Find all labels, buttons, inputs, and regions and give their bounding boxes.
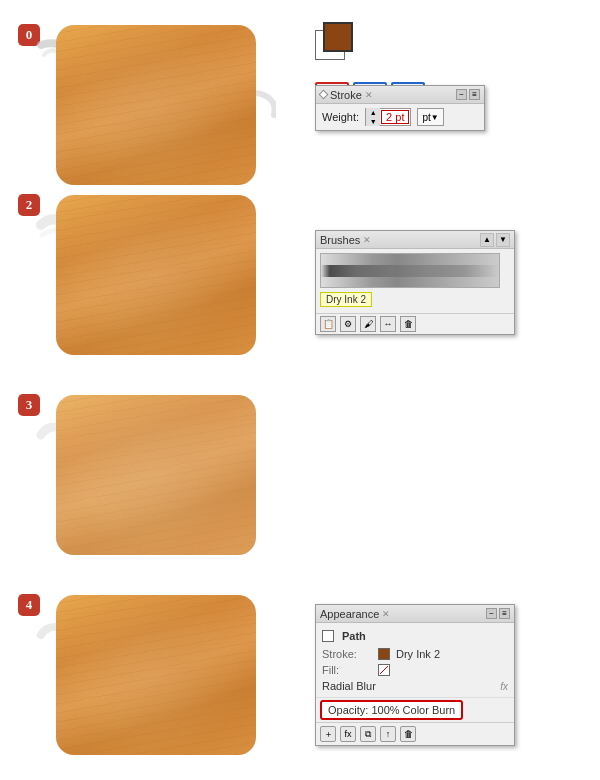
appearance-panel: Appearance ✕ − ≡ Path Stroke: Dry Ink 2 … [315,604,515,746]
brush-move-icon[interactable]: ↔ [380,316,396,332]
weight-unit-dropdown[interactable]: pt ▼ [417,108,443,126]
opacity-row: Opacity: 100% Color Burn [316,698,514,722]
brush-paint-icon[interactable]: 🖌 [360,316,376,332]
appearance-copy-icon[interactable]: ⧉ [360,726,376,742]
step-2-wood-wrapper [46,190,266,360]
opacity-badge[interactable]: Opacity: 100% Color Burn [320,700,463,720]
step-4-wood [56,595,256,755]
weight-label: Weight: [322,111,359,123]
appearance-toolbar: ＋ fx ⧉ ↑ 🗑 [316,722,514,745]
stroke-color-icon [378,648,390,660]
appearance-move-icon[interactable]: ↑ [380,726,396,742]
step-3-container: 3 [18,390,266,560]
brushes-x-icon: ✕ [363,235,371,245]
spinner-down-btn[interactable]: ▼ [366,117,380,126]
appearance-radial-row: Radial Blur fx [322,678,508,694]
path-square-icon [322,630,334,642]
stroke-options-btn[interactable]: ≡ [469,89,480,100]
appearance-x-icon: ✕ [382,609,390,619]
fill-prop-label: Fill: [322,664,372,676]
brushes-toolbar: 📋 ⚙ 🖌 ↔ 🗑 [316,313,514,334]
appearance-panel-titlebar: Appearance ✕ − ≡ [316,605,514,623]
brush-name-tooltip: Dry Ink 2 [320,292,372,307]
step-4-wood-wrapper [46,590,266,765]
appearance-title-text: Appearance [320,608,379,620]
step-0-container: 0 [18,20,266,190]
appearance-panel-controls[interactable]: − ≡ [486,608,510,619]
stroke-value-text: Dry Ink 2 [396,648,440,660]
brushes-panel-titlebar: Brushes ✕ ▲ ▼ [316,231,514,249]
appearance-delete-icon[interactable]: 🗑 [400,726,416,742]
brush-options-icon[interactable]: ⚙ [340,316,356,332]
step-2-badge: 2 [18,194,40,216]
radial-value-text: Radial Blur [322,680,376,692]
fg-color-square[interactable] [323,22,353,52]
appearance-add-icon[interactable]: ＋ [320,726,336,742]
appearance-minimize-btn[interactable]: − [486,608,497,619]
weight-value[interactable]: 2 pt [381,110,409,124]
step-0-badge: 0 [18,24,40,46]
spinner-up-btn[interactable]: ▲ [366,108,380,117]
weight-unit-label: pt [422,112,430,123]
brushes-scroll-up[interactable]: ▲ [480,233,494,247]
step-4-container: 4 [18,590,266,765]
fill-color-icon [378,664,390,676]
brushes-title-text: Brushes [320,234,360,246]
brushes-content: Dry Ink 2 [316,249,514,313]
brush-new-icon[interactable]: 📋 [320,316,336,332]
appearance-path-row: Path [322,626,508,646]
stroke-x-icon: ✕ [365,90,373,100]
stroke-minimize-btn[interactable]: − [456,89,467,100]
brush-delete-icon[interactable]: 🗑 [400,316,416,332]
weight-input[interactable]: ▲ ▼ 2 pt [365,108,411,126]
weight-spinner[interactable]: ▲ ▼ [366,108,380,126]
appearance-fill-row: Fill: [322,662,508,678]
step-2-container: 2 [18,190,266,360]
appearance-options-btn[interactable]: ≡ [499,608,510,619]
step-3-badge: 3 [18,394,40,416]
brush-preview [320,253,500,288]
step-2-wood [56,195,256,355]
appearance-path-section: Path Stroke: Dry Ink 2 Fill: Radial Blur… [316,623,514,698]
stroke-diamond-icon [319,90,329,100]
step-0-wood [56,25,256,185]
brush-stroke-preview [321,265,499,277]
stroke-panel-title: Stroke ✕ [320,89,373,101]
stroke-prop-label: Stroke: [322,648,372,660]
color-swatch-container [315,30,359,74]
appearance-path-label: Path [342,628,366,644]
step-4-badge: 4 [18,594,40,616]
stroke-content-row: Weight: ▲ ▼ 2 pt pt ▼ [316,104,484,130]
brushes-panel-controls[interactable]: ▲ ▼ [480,233,510,247]
stroke-panel: Stroke ✕ − ≡ Weight: ▲ ▼ 2 pt pt ▼ [315,85,485,131]
appearance-fx-icon[interactable]: fx [340,726,356,742]
fx-label: fx [500,681,508,692]
brushes-scroll-down[interactable]: ▼ [496,233,510,247]
color-squares [315,30,425,74]
stroke-panel-titlebar: Stroke ✕ − ≡ [316,86,484,104]
weight-dropdown-arrow: ▼ [431,113,439,122]
step-0-wood-wrapper [46,20,266,190]
stroke-title-text: Stroke [330,89,362,101]
brushes-panel-title: Brushes ✕ [320,234,371,246]
stroke-panel-controls[interactable]: − ≡ [456,89,480,100]
step-3-wood-wrapper [46,390,266,560]
appearance-panel-title: Appearance ✕ [320,608,390,620]
brushes-panel: Brushes ✕ ▲ ▼ Dry Ink 2 📋 ⚙ 🖌 ↔ 🗑 [315,230,515,335]
appearance-stroke-row: Stroke: Dry Ink 2 [322,646,508,662]
step-3-wood [56,395,256,555]
